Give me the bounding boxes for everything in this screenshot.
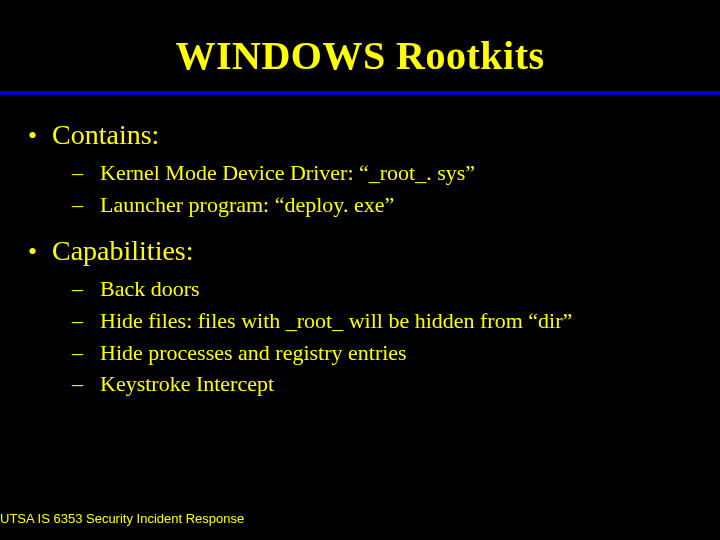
- list-item: – Launcher program: “deploy. exe”: [72, 189, 692, 221]
- title-area: WINDOWS Rootkits: [0, 0, 720, 87]
- bullet-icon: •: [28, 121, 52, 151]
- list-item: • Capabilities: – Back doors – Hide file…: [28, 235, 692, 401]
- level1-row: • Contains:: [28, 119, 692, 151]
- level2-label: Kernel Mode Device Driver: “_root_. sys”: [100, 157, 475, 189]
- bullet-icon: •: [28, 237, 52, 267]
- dash-icon: –: [72, 337, 100, 369]
- level2-label: Back doors: [100, 273, 200, 305]
- dash-icon: –: [72, 157, 100, 189]
- slide-footer: UTSA IS 6353 Security Incident Response: [0, 511, 244, 526]
- bullet-list-level1: • Contains: – Kernel Mode Device Driver:…: [28, 119, 692, 400]
- dash-icon: –: [72, 368, 100, 400]
- level2-label: Launcher program: “deploy. exe”: [100, 189, 394, 221]
- bullet-list-level2: – Back doors – Hide files: files with _r…: [28, 273, 692, 401]
- bullet-list-level2: – Kernel Mode Device Driver: “_root_. sy…: [28, 157, 692, 221]
- level2-label: Keystroke Intercept: [100, 368, 274, 400]
- slide-content: • Contains: – Kernel Mode Device Driver:…: [0, 95, 720, 400]
- list-item: – Kernel Mode Device Driver: “_root_. sy…: [72, 157, 692, 189]
- level2-label: Hide files: files with _root_ will be hi…: [100, 305, 572, 337]
- list-item: – Hide files: files with _root_ will be …: [72, 305, 692, 337]
- dash-icon: –: [72, 273, 100, 305]
- dash-icon: –: [72, 189, 100, 221]
- list-item: • Contains: – Kernel Mode Device Driver:…: [28, 119, 692, 221]
- level1-label: Capabilities:: [52, 235, 194, 267]
- list-item: – Back doors: [72, 273, 692, 305]
- level1-row: • Capabilities:: [28, 235, 692, 267]
- dash-icon: –: [72, 305, 100, 337]
- list-item: – Keystroke Intercept: [72, 368, 692, 400]
- level2-label: Hide processes and registry entries: [100, 337, 407, 369]
- list-item: – Hide processes and registry entries: [72, 337, 692, 369]
- slide-title: WINDOWS Rootkits: [0, 32, 720, 79]
- level1-label: Contains:: [52, 119, 159, 151]
